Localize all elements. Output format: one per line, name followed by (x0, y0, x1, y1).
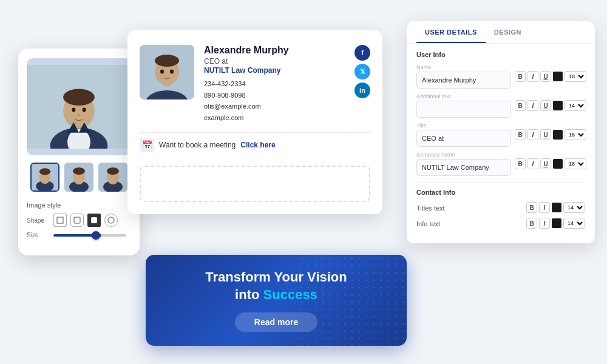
svg-rect-21 (57, 217, 63, 223)
title-color-swatch[interactable] (553, 130, 563, 140)
company-field-label: Company name (416, 152, 511, 158)
title-format-btns: B I U 161418 (515, 129, 586, 140)
addl-italic-btn[interactable]: I (527, 100, 538, 111)
addl-field-row: Additional text B I U 141618 (416, 93, 585, 118)
svg-rect-23 (91, 217, 97, 223)
company-italic-btn[interactable]: I (527, 158, 538, 169)
title-input[interactable] (416, 130, 511, 147)
title-field-row: Title B I U 161418 (416, 123, 585, 147)
titles-italic-btn[interactable]: I (539, 202, 550, 213)
shape-rounded[interactable] (70, 214, 84, 227)
title-italic-btn[interactable]: I (527, 129, 538, 140)
size-label: Size (27, 232, 50, 238)
main-photo (27, 58, 131, 155)
tab-user-details[interactable]: USER DETAILS (416, 21, 486, 43)
info-bold-btn[interactable]: B (526, 218, 537, 229)
signature-role: CEO at (204, 57, 340, 66)
name-underline-btn[interactable]: U (540, 71, 551, 82)
addl-underline-btn[interactable]: U (540, 100, 551, 111)
thumb-2[interactable] (64, 163, 93, 192)
company-input[interactable] (416, 159, 511, 176)
tab-design[interactable]: DESIGN (486, 21, 530, 43)
name-color-swatch[interactable] (553, 72, 563, 81)
titles-text-row: Titles text B I 141618 (416, 202, 585, 213)
phone-panel: Image style Shape Size (18, 49, 140, 255)
banner-placeholder (140, 166, 370, 202)
shape-dark-rounded[interactable] (87, 214, 101, 227)
facebook-icon[interactable]: f (354, 45, 370, 61)
name-input[interactable] (416, 72, 511, 89)
contact-info-title: Contact Info (416, 189, 585, 196)
signature-name: Alexandre Murphy (204, 45, 340, 56)
name-italic-btn[interactable]: I (527, 71, 538, 82)
promo-title: Transform Your Vision into Success (205, 269, 347, 303)
addl-color-swatch[interactable] (553, 101, 563, 110)
titles-bold-btn[interactable]: B (526, 202, 537, 213)
promo-banner: Transform Your Vision into Success Read … (146, 255, 407, 346)
info-size-select[interactable]: 141618 (563, 218, 585, 229)
company-underline-btn[interactable]: U (540, 158, 551, 169)
titles-size-select[interactable]: 141618 (563, 202, 585, 213)
shape-circle[interactable] (104, 214, 118, 227)
name-bold-btn[interactable]: B (515, 71, 526, 82)
company-bold-btn[interactable]: B (515, 158, 526, 169)
addl-input[interactable] (416, 101, 511, 118)
info-text-label: Info text (416, 220, 440, 228)
email: otis@example.com (204, 101, 340, 112)
info-text-row: Info text B I 141618 (416, 218, 585, 229)
size-slider[interactable] (53, 234, 126, 237)
titles-format-btns: B I 141618 (526, 202, 585, 213)
company-size-select[interactable]: 161418 (565, 158, 586, 169)
addl-field-wrap: Additional text (416, 93, 511, 118)
svg-point-12 (39, 168, 50, 175)
titles-text-label: Titles text (416, 204, 445, 212)
svg-point-6 (72, 108, 75, 112)
image-style-label: Image style (27, 201, 131, 209)
company-format-btns: B I U 161418 (515, 158, 586, 169)
titles-color-swatch[interactable] (552, 203, 561, 212)
thumb-3[interactable] (98, 163, 127, 192)
calendar-icon: 📅 (140, 138, 154, 152)
title-bold-btn[interactable]: B (515, 129, 526, 140)
website: example.com (204, 112, 340, 124)
svg-point-7 (83, 108, 86, 112)
size-row: Size (27, 232, 131, 238)
shape-row: Shape (27, 214, 131, 227)
twitter-icon[interactable]: 𝕏 (354, 64, 370, 79)
svg-point-5 (63, 89, 95, 106)
addl-bold-btn[interactable]: B (515, 100, 526, 111)
image-style-section: Image style Shape Size (27, 201, 131, 238)
shape-square[interactable] (53, 214, 67, 227)
title-size-select[interactable]: 161418 (565, 129, 586, 140)
name-size-select[interactable]: 181416 (565, 71, 586, 82)
linkedin-icon[interactable]: in (354, 83, 370, 98)
signature-card: Alexandre Murphy CEO at NUTILT Law Compa… (127, 30, 382, 214)
company-field-wrap: Company name (416, 152, 511, 176)
svg-point-16 (73, 167, 85, 175)
phone1: 234-432-2334 (204, 78, 340, 90)
title-underline-btn[interactable]: U (540, 129, 551, 140)
promo-title-line1: Transform Your Vision (205, 269, 347, 285)
company-color-swatch[interactable] (553, 159, 563, 169)
settings-body: User Info Name B I U 181416 Additional t… (407, 44, 595, 229)
thumb-1[interactable] (30, 163, 59, 192)
info-color-swatch[interactable] (552, 218, 561, 228)
size-slider-thumb[interactable] (92, 231, 100, 240)
company-field-row: Company name B I U 161418 (416, 152, 585, 176)
svg-rect-22 (74, 217, 80, 223)
name-field-label: Name (416, 64, 511, 70)
signature-info: Alexandre Murphy CEO at NUTILT Law Compa… (204, 45, 340, 124)
info-italic-btn[interactable]: I (539, 218, 550, 229)
promo-title-line2: into (235, 287, 259, 302)
booking-row: 📅 Want to book a meeting Click here (140, 132, 370, 157)
promo-highlight: Success (263, 287, 317, 302)
social-icons: f 𝕏 in (354, 45, 370, 98)
booking-link[interactable]: Click here (240, 141, 275, 149)
name-field-row: Name B I U 181416 (416, 64, 585, 89)
info-text-wrap: Info text (416, 218, 523, 229)
signature-photo (140, 45, 194, 99)
addl-size-select[interactable]: 141618 (565, 100, 586, 111)
read-more-button[interactable]: Read more (235, 312, 317, 332)
settings-panel: USER DETAILS DESIGN User Info Name B I U… (407, 21, 595, 243)
shape-label: Shape (27, 217, 50, 224)
